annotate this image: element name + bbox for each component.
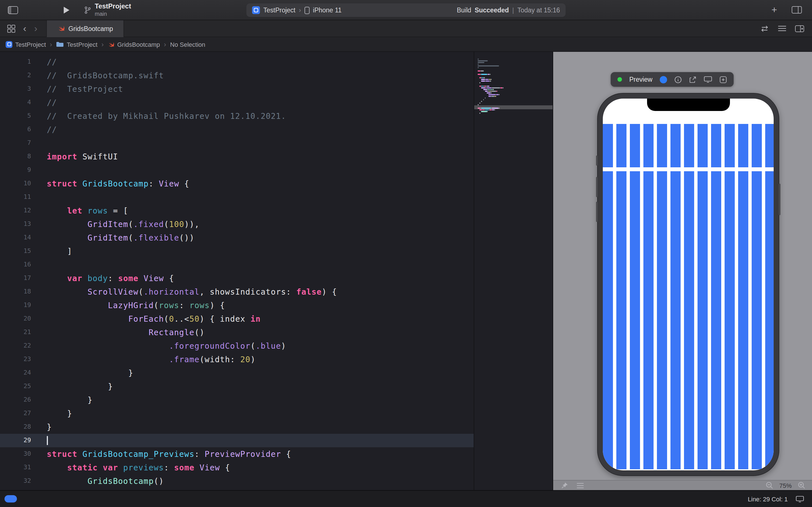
line-number[interactable]: 2 xyxy=(0,69,31,82)
line-number[interactable]: 21 xyxy=(0,326,31,339)
code-line[interactable]: 1// xyxy=(0,55,474,69)
forward-button[interactable]: › xyxy=(34,24,37,33)
navigator-toggle-icon[interactable] xyxy=(8,6,18,14)
live-preview-button[interactable] xyxy=(660,76,667,83)
line-number[interactable]: 31 xyxy=(0,461,31,474)
code-line[interactable]: 27 } xyxy=(0,407,474,420)
minimap[interactable] xyxy=(474,52,553,490)
code-line[interactable]: 21 Rectangle() xyxy=(0,326,474,339)
code-line[interactable]: 32 GridsBootcamp() xyxy=(0,474,474,488)
line-number[interactable]: 29 xyxy=(0,434,31,447)
run-button[interactable] xyxy=(63,6,70,14)
line-number[interactable]: 10 xyxy=(0,177,31,190)
code-line[interactable]: 16 xyxy=(0,258,474,272)
editor-layout-icon[interactable] xyxy=(792,6,802,13)
editor-options-icon[interactable] xyxy=(778,25,786,32)
zoom-in-icon[interactable] xyxy=(798,482,805,489)
related-items-icon[interactable] xyxy=(7,24,15,33)
line-number[interactable]: 16 xyxy=(0,258,31,272)
line-number[interactable]: 18 xyxy=(0,285,31,298)
line-number[interactable]: 17 xyxy=(0,272,31,285)
line-number[interactable]: 19 xyxy=(0,298,31,312)
line-number[interactable]: 22 xyxy=(0,339,31,353)
code-line[interactable]: 9 xyxy=(0,163,474,177)
activity-view[interactable]: TestProject › iPhone 11 Build Succeeded … xyxy=(246,3,566,17)
code-line[interactable]: 10struct GridsBootcamp: View { xyxy=(0,177,474,190)
code-line[interactable]: 17 var body: some View { xyxy=(0,272,474,285)
code-line[interactable]: 20 ForEach(0..<50) { index in xyxy=(0,312,474,326)
run-destination[interactable]: iPhone 11 xyxy=(313,7,342,13)
line-number[interactable]: 9 xyxy=(0,163,31,177)
display-icon[interactable] xyxy=(796,496,804,502)
breadcrumb-selection[interactable]: No Selection xyxy=(170,41,205,48)
app-screen[interactable] xyxy=(603,99,774,470)
code-line[interactable]: 22 .foregroundColor(.blue) xyxy=(0,339,474,353)
code-line[interactable]: 11 xyxy=(0,190,474,204)
line-number[interactable]: 15 xyxy=(0,244,31,258)
code-line[interactable]: 3// TestProject xyxy=(0,82,474,96)
inspect-preview-icon[interactable] xyxy=(674,76,682,83)
breadcrumb-project[interactable]: TestProject xyxy=(6,41,46,48)
line-number[interactable]: 11 xyxy=(0,190,31,204)
new-tab-button[interactable]: + xyxy=(771,5,777,15)
code-line[interactable]: 26 } xyxy=(0,393,474,407)
code-line[interactable]: 31 static var previews: some View { xyxy=(0,461,474,474)
source-editor[interactable]: 1//2// GridsBootcamp.swift3// TestProjec… xyxy=(0,52,474,490)
line-number[interactable]: 5 xyxy=(0,109,31,123)
code-line[interactable]: 5// Created by Mikhail Pushkarev on 12.1… xyxy=(0,109,474,123)
code-line[interactable]: 29 xyxy=(0,434,474,447)
code-line[interactable]: 19 LazyHGrid(rows: rows) { xyxy=(0,298,474,312)
code-line[interactable]: 12 let rows = [ xyxy=(0,204,474,217)
line-number[interactable]: 14 xyxy=(0,231,31,244)
code-line[interactable]: 15 ] xyxy=(0,244,474,258)
line-number[interactable]: 3 xyxy=(0,82,31,96)
code-line[interactable]: 28} xyxy=(0,420,474,434)
preview-list-icon[interactable] xyxy=(577,483,583,488)
code-line[interactable]: 13 GridItem(.fixed(100)), xyxy=(0,217,474,231)
breadcrumb-group[interactable]: TestProject xyxy=(56,41,98,48)
code-line[interactable]: 23 .frame(width: 20) xyxy=(0,353,474,366)
code-line[interactable]: 30struct GridsBootcamp_Previews: Preview… xyxy=(0,447,474,461)
line-number[interactable]: 6 xyxy=(0,123,31,136)
code-line[interactable]: 33 } xyxy=(0,488,474,490)
line-number[interactable]: 20 xyxy=(0,312,31,326)
line-number[interactable]: 13 xyxy=(0,217,31,231)
code-line[interactable]: 18 ScrollView(.horizontal, showsIndicato… xyxy=(0,285,474,298)
code-line[interactable]: 24 } xyxy=(0,366,474,380)
line-number[interactable]: 30 xyxy=(0,447,31,461)
line-number[interactable]: 24 xyxy=(0,366,31,380)
back-button[interactable]: ‹ xyxy=(23,24,26,33)
line-number[interactable]: 1 xyxy=(0,55,31,69)
code-line[interactable]: 25 } xyxy=(0,380,474,393)
line-number[interactable]: 23 xyxy=(0,353,31,366)
code-line[interactable]: 4// xyxy=(0,96,474,109)
code-line[interactable]: 2// GridsBootcamp.swift xyxy=(0,69,474,82)
line-number[interactable]: 26 xyxy=(0,393,31,407)
code-review-icon[interactable] xyxy=(760,25,769,32)
add-editor-icon[interactable] xyxy=(795,25,804,32)
line-number[interactable]: 12 xyxy=(0,204,31,217)
line-number[interactable]: 28 xyxy=(0,420,31,434)
preview-device-icon[interactable] xyxy=(704,76,712,83)
add-preview-icon[interactable] xyxy=(719,76,727,83)
code-line[interactable]: 14 GridItem(.flexible()) xyxy=(0,231,474,244)
code-line[interactable]: 8import SwiftUI xyxy=(0,150,474,163)
line-number[interactable]: 32 xyxy=(0,474,31,488)
scheme-name[interactable]: TestProject xyxy=(263,7,296,13)
zoom-out-icon[interactable] xyxy=(766,482,773,489)
scheme-branch-cluster[interactable]: TestProject main xyxy=(85,3,131,17)
zoom-level[interactable]: 75% xyxy=(779,482,792,489)
code-line[interactable]: 7 xyxy=(0,136,474,150)
line-number[interactable]: 33 xyxy=(0,488,31,490)
line-number[interactable]: 27 xyxy=(0,407,31,420)
line-number[interactable]: 4 xyxy=(0,96,31,109)
line-number[interactable]: 7 xyxy=(0,136,31,150)
breadcrumb-file[interactable]: GridsBootcamp xyxy=(108,41,160,48)
line-number[interactable]: 25 xyxy=(0,380,31,393)
pin-preview-icon[interactable] xyxy=(561,482,568,489)
activity-indicator[interactable] xyxy=(4,495,17,503)
open-on-device-icon[interactable] xyxy=(689,76,696,83)
tab-gridsbootcamp[interactable]: GridsBootcamp xyxy=(47,20,124,37)
line-number[interactable]: 8 xyxy=(0,150,31,163)
code-line[interactable]: 6// xyxy=(0,123,474,136)
